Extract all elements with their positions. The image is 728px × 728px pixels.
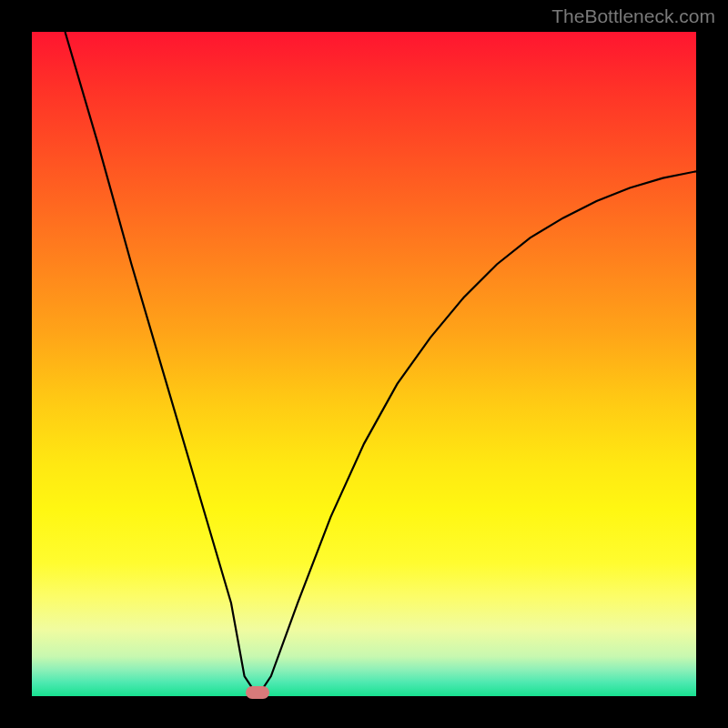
chart-plot-area [32, 32, 696, 696]
bottleneck-curve [32, 32, 696, 696]
optimal-marker [246, 686, 269, 699]
watermark-text: TheBottleneck.com [551, 5, 715, 27]
